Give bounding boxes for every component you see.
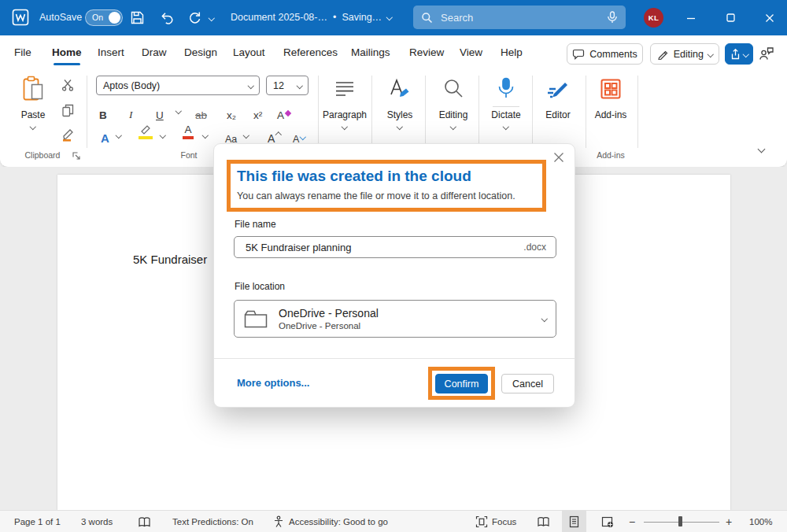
file-name-input[interactable] — [244, 241, 523, 254]
clear-formatting-button[interactable]: A — [277, 102, 290, 121]
change-case-button[interactable]: Aa — [225, 126, 237, 145]
cancel-button[interactable]: Cancel — [501, 374, 554, 393]
file-name-field[interactable]: .docx — [234, 236, 556, 258]
italic-button[interactable]: I — [129, 102, 133, 121]
subscript-button[interactable]: x₂ — [227, 102, 236, 121]
voice-search-mic-icon[interactable] — [607, 11, 618, 24]
minimize-button[interactable] — [674, 0, 708, 35]
bold-button[interactable]: B — [99, 102, 107, 121]
font-color-bar — [183, 136, 194, 139]
font-color-chevron-icon[interactable] — [202, 132, 209, 139]
editor-button[interactable]: Editor — [534, 75, 582, 133]
autosave-toggle[interactable]: On — [85, 9, 123, 26]
undo-redo-chevron-icon[interactable] — [209, 15, 215, 21]
copy-icon[interactable] — [61, 104, 75, 117]
comments-button[interactable]: Comments — [567, 43, 643, 65]
file-extension: .docx — [523, 242, 546, 253]
dialog-close-icon[interactable] — [553, 152, 564, 163]
print-layout-button[interactable] — [562, 511, 586, 532]
share-icon — [730, 48, 741, 60]
account-avatar[interactable]: KL — [644, 8, 663, 28]
redo-icon[interactable] — [187, 10, 202, 26]
cut-scissors-icon[interactable] — [61, 79, 74, 91]
editing-mode-button[interactable]: Editing — [650, 43, 719, 65]
collapse-ribbon-chevron-icon[interactable] — [758, 146, 766, 153]
proofing-errors-icon[interactable] — [138, 511, 151, 532]
dictate-mic-icon — [497, 75, 515, 103]
shrink-font-caret-icon — [300, 133, 306, 139]
save-icon[interactable] — [130, 10, 145, 25]
tab-review[interactable]: Review — [409, 35, 444, 69]
tab-help[interactable]: Help — [501, 35, 523, 69]
format-painter-icon[interactable] — [61, 128, 75, 142]
group-divider — [532, 76, 533, 148]
underline-button[interactable]: U — [156, 102, 164, 121]
tab-file[interactable]: File — [14, 35, 31, 69]
tab-draw[interactable]: Draw — [142, 35, 167, 69]
text-effects-chevron-icon[interactable] — [116, 132, 122, 139]
share-button[interactable] — [725, 43, 753, 65]
document-body-text[interactable]: 5K Fundraiser — [133, 253, 207, 266]
confirm-button[interactable]: Confirm — [435, 374, 488, 393]
web-layout-button[interactable] — [595, 511, 620, 532]
more-options-link[interactable]: More options... — [237, 377, 309, 389]
underline-chevron-icon[interactable] — [176, 108, 182, 114]
close-window-button[interactable] — [752, 0, 787, 35]
search-bar[interactable] — [413, 6, 626, 29]
word-logo-icon[interactable] — [12, 9, 29, 26]
shrink-font-button[interactable]: A — [293, 126, 305, 145]
addins-button[interactable]: Add-ins — [587, 75, 634, 133]
paste-button[interactable]: Paste — [11, 75, 55, 133]
tab-view[interactable]: View — [460, 35, 482, 69]
grow-font-button[interactable]: A — [268, 126, 281, 145]
tab-references[interactable]: References — [283, 35, 338, 69]
read-mode-button[interactable] — [530, 511, 556, 532]
text-predictions-status[interactable]: Text Predictions: On — [172, 511, 253, 532]
tab-home[interactable]: Home — [52, 35, 82, 69]
styles-button[interactable]: Styles — [376, 75, 423, 133]
zoom-in-button[interactable]: + — [726, 511, 732, 532]
maximize-button[interactable] — [713, 0, 748, 35]
search-input[interactable] — [439, 11, 600, 24]
highlight-chevron-icon[interactable] — [160, 132, 166, 139]
document-title: Document 2025-08-… — [231, 12, 327, 23]
dictate-button[interactable]: Dictate — [482, 75, 530, 133]
dictate-chevron-icon — [503, 124, 509, 130]
tab-layout[interactable]: Layout — [233, 35, 265, 69]
font-color-button[interactable]: A — [183, 124, 194, 139]
accessibility-status[interactable]: Accessibility: Good to go — [272, 511, 388, 532]
tab-insert[interactable]: Insert — [98, 35, 124, 69]
tab-design[interactable]: Design — [184, 35, 217, 69]
dictate-split-divider — [493, 106, 519, 107]
text-effects-button[interactable]: A — [101, 126, 109, 145]
editing-group-chevron-icon — [450, 124, 456, 130]
document-title-group[interactable]: Document 2025-08-… • Saving… — [231, 12, 392, 23]
focus-mode-button[interactable]: Focus — [475, 511, 516, 532]
group-divider — [637, 76, 638, 148]
font-name-select[interactable]: Aptos (Body) — [96, 76, 260, 95]
highlight-color-button[interactable] — [139, 124, 153, 139]
strikethrough-button[interactable]: ab — [195, 102, 207, 121]
word-count-status[interactable]: 3 words — [81, 511, 113, 532]
save-status: Saving… — [342, 12, 382, 23]
editing-group-button[interactable]: Editing — [430, 75, 477, 133]
editor-label: Editor — [545, 109, 570, 120]
zoom-slider-thumb[interactable] — [678, 516, 682, 526]
paragraph-button[interactable]: Paragraph — [321, 75, 368, 133]
font-size-chevron-icon — [296, 83, 302, 89]
editing-mode-label: Editing — [674, 49, 704, 60]
undo-icon[interactable] — [159, 10, 175, 26]
change-case-chevron-icon[interactable] — [243, 132, 249, 139]
font-size-select[interactable]: 12 — [266, 76, 309, 95]
page-number-status[interactable]: Page 1 of 1 — [14, 511, 61, 532]
title-bar: AutoSave On Document 2025- — [0, 0, 787, 35]
tab-mailings[interactable]: Mailings — [351, 35, 390, 69]
clipboard-dialog-launcher-icon[interactable] — [72, 152, 80, 160]
file-location-select[interactable]: OneDrive - Personal OneDrive - Personal — [234, 300, 556, 338]
zoom-level[interactable]: 100% — [749, 511, 772, 532]
zoom-out-button[interactable]: − — [629, 511, 635, 532]
eraser-icon — [285, 110, 291, 116]
people-presence-icon[interactable] — [759, 46, 774, 61]
superscript-button[interactable]: x² — [253, 102, 262, 121]
group-divider — [318, 76, 319, 148]
